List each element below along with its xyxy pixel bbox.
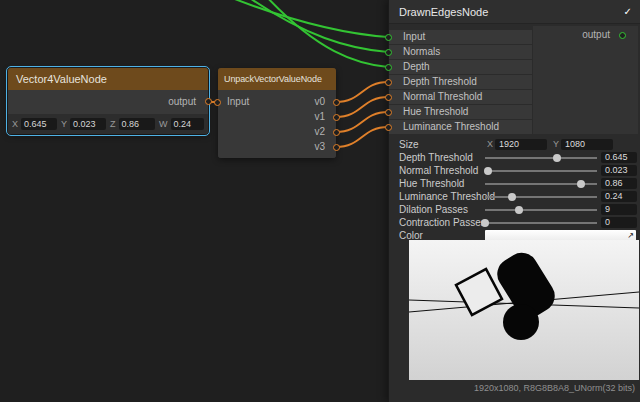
port-row-normals: Normals [389,45,532,59]
dilation-passes-input[interactable]: 9 [601,204,637,215]
slider-label: Luminance Threshold [399,190,495,203]
port-label: Normal Threshold [403,91,482,102]
slider-knob[interactable] [484,167,492,175]
normal-threshold-slider[interactable] [485,164,597,177]
output-area: output [533,26,638,134]
hue-threshold-slider[interactable] [485,177,597,190]
enabled-checkmark-icon[interactable]: ✓ [624,0,632,24]
v2-port-row: v2 [265,125,336,139]
contraction-passes-input[interactable]: 0 [601,217,637,228]
slider-track[interactable] [485,157,597,159]
z-field: Z 0.86 [110,118,155,130]
size-label: Size [399,138,418,151]
luminance-threshold-slider[interactable] [485,190,597,203]
node-graph-canvas[interactable]: Vector4ValueNode output X 0.645 Y 0.023 … [0,0,640,402]
luminance-threshold-row: Luminance Threshold 0.24 [389,190,640,203]
contraction-passes-row: Contraction Passes 0 [389,216,640,229]
slider-track[interactable] [485,209,597,211]
slider-track[interactable] [485,170,597,172]
port-label: Luminance Threshold [403,121,499,132]
y-field: Y 0.023 [61,118,106,130]
port-row-input: Input [389,30,532,44]
node-preview [409,240,639,380]
slider-label: Dilation Passes [399,203,468,216]
port-row-luminance-threshold: Luminance Threshold [389,120,532,134]
v2-port[interactable] [333,129,340,136]
v0-port-row: v0 [265,95,336,109]
node-unpackvectorvaluenode[interactable]: UnpackVectorValueNode Input v0 v1 v2 v3 [218,68,336,158]
node-title: DrawnEdgesNode [399,6,488,18]
vector4-fields: X 0.645 Y 0.023 Z 0.86 W 0.24 [8,114,208,134]
output-port-label: output [582,28,610,42]
y-label: Y [61,119,67,129]
slider-knob[interactable] [553,154,561,162]
w-field: W 0.24 [159,118,204,130]
normals-port[interactable] [385,49,392,56]
preview-sphere-shape [503,304,539,340]
dilation-passes-slider[interactable] [485,203,597,216]
output-port[interactable] [205,98,212,105]
dilation-passes-row: Dilation Passes 9 [389,203,640,216]
w-input[interactable]: 0.24 [171,118,205,130]
v1-port[interactable] [333,114,340,121]
node-body: Input v0 v1 v2 v3 [218,90,336,158]
slider-label: Hue Threshold [399,177,464,190]
port-row-depth: Depth [389,60,532,74]
slider-knob[interactable] [515,206,523,214]
hue-threshold-input[interactable]: 0.86 [601,178,637,189]
luminance-threshold-port[interactable] [385,124,392,131]
depth-threshold-port[interactable] [385,79,392,86]
edge-v3-luminance-threshold[interactable] [336,127,388,147]
input-port[interactable] [385,34,392,41]
output-port[interactable] [619,32,626,39]
size-x-input[interactable]: 1920 [495,139,547,150]
edge-depth[interactable] [264,0,388,67]
y-input[interactable]: 0.023 [70,118,106,130]
v0-port[interactable] [333,99,340,106]
node-header[interactable]: DrawnEdgesNode ✓ [389,0,640,24]
luminance-threshold-input[interactable]: 0.24 [601,191,637,202]
input-port[interactable] [214,99,221,106]
slider-track[interactable] [485,196,597,198]
normal-threshold-port[interactable] [385,94,392,101]
normal-threshold-input[interactable]: 0.023 [601,165,637,176]
slider-knob[interactable] [577,180,585,188]
v1-port-row: v1 [265,110,336,124]
port-label: Hue Threshold [403,106,468,117]
node-drawnedgesnode[interactable]: DrawnEdgesNode ✓ Input Normals Depth Dep… [388,0,640,402]
z-input[interactable]: 0.86 [119,118,156,130]
depth-port[interactable] [385,64,392,71]
port-label: Input [403,31,425,42]
z-label: Z [110,119,116,129]
slider-track[interactable] [485,222,597,224]
edge-v0-depth-threshold[interactable] [336,82,388,102]
depth-threshold-slider[interactable] [485,151,597,164]
node-title[interactable]: Vector4ValueNode [8,68,208,90]
preview-render [409,240,639,380]
hue-threshold-row: Hue Threshold 0.86 [389,177,640,190]
v3-port[interactable] [333,144,340,151]
output-port-label: output [168,90,196,114]
node-vector4valuenode[interactable]: Vector4ValueNode output X 0.645 Y 0.023 … [8,68,208,134]
slider-label: Depth Threshold [399,151,473,164]
edge-v2-hue-threshold[interactable] [336,112,388,132]
port-row-normal-threshold: Normal Threshold [389,90,532,104]
edge-v1-normal-threshold[interactable] [336,97,388,117]
slider-knob[interactable] [508,193,516,201]
port-row-hue-threshold: Hue Threshold [389,105,532,119]
node-body: output [8,90,208,114]
depth-threshold-input[interactable]: 0.645 [601,152,637,163]
v3-port-label: v3 [314,141,325,152]
depth-threshold-row: Depth Threshold 0.645 [389,151,640,164]
v0-port-label: v0 [314,96,325,107]
x-field: X 0.645 [12,118,57,130]
port-label: Depth Threshold [403,76,477,87]
input-port-label: Input [227,96,249,107]
node-title[interactable]: UnpackVectorValueNode [218,68,336,90]
slider-knob[interactable] [481,219,489,227]
contraction-passes-slider[interactable] [485,216,597,229]
slider-label: Contraction Passes [399,216,486,229]
x-input[interactable]: 0.645 [21,118,57,130]
size-y-input[interactable]: 1080 [561,139,613,150]
hue-threshold-port[interactable] [385,109,392,116]
